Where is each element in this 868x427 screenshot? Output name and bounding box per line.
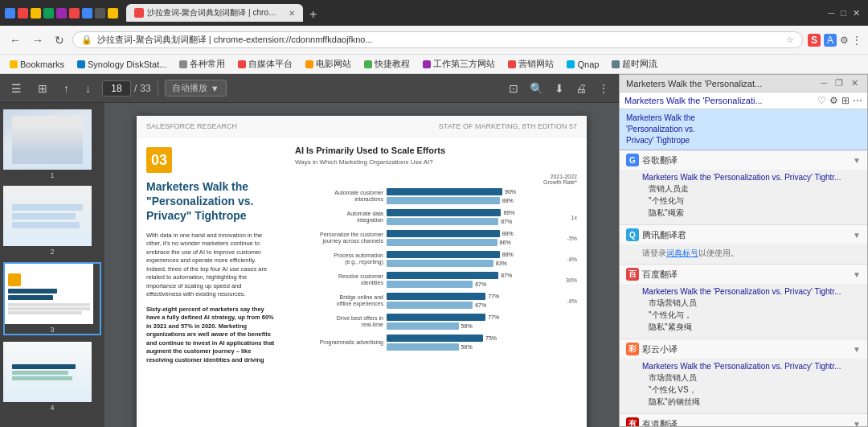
bar-2022-outer: 90% (387, 188, 542, 195)
browser-icon-1 (5, 8, 15, 18)
popup-more-icon[interactable]: ⋯ (853, 95, 862, 106)
pdf-menu-button[interactable]: ☰ (6, 80, 27, 96)
popup-search-icons: ♡ ⚙ ⊞ ⋯ (817, 95, 862, 106)
pdf-main-view: SALESFORCE RESEARCH STATE OF MARKETING, … (104, 103, 619, 427)
window-close[interactable]: ✕ (853, 8, 860, 18)
page-bold-text: Sixty-eight percent of marketers say the… (146, 306, 276, 365)
pdf-autoplay-button[interactable]: 自动播放 ▼ (165, 80, 227, 96)
pdf-next-button[interactable]: ↓ (80, 80, 96, 96)
bar-2021-label: 56% (461, 344, 473, 350)
bar-2021-label: 83% (496, 261, 507, 266)
chart-row: Programmatic advertising75%56% (295, 335, 577, 351)
bookmark-label-qnap: Qnap (577, 60, 599, 69)
bar-2022 (387, 272, 498, 279)
thumb-num-4: 4 (3, 404, 101, 412)
bookmark-item-synology[interactable]: Synology DiskStat... (74, 59, 170, 70)
bar-2022-label: 77% (488, 314, 499, 320)
salad-ext-icon[interactable]: S (808, 34, 821, 47)
chart-section-subtitle: Ways in Which Marketing Organizations Us… (295, 158, 577, 166)
pdf-page-input[interactable]: 18 (102, 80, 131, 96)
autoplay-dropdown-icon: ▼ (211, 84, 219, 93)
thumbnail-2[interactable]: 2 (3, 186, 101, 256)
thumbnail-3[interactable]: 3 (3, 262, 101, 335)
bookmark-label-synology: Synology DiskStat... (88, 60, 166, 69)
bar-2021 (387, 322, 459, 330)
active-tab[interactable]: 沙拉查词-聚合词典划词翻译 | chrome-extension://cdonn… (126, 4, 303, 22)
section-header-3[interactable]: 彩彩云小译▼ (620, 339, 867, 359)
translation-section-2: 百百度翻译▼Marketers Walk the 'Personalizatio… (620, 265, 867, 339)
ext-icon-4[interactable]: ⋮ (852, 35, 862, 46)
bookmark-label-bookmarks: Bookmarks (20, 60, 64, 69)
section-header-1[interactable]: Q腾讯翻译君▼ (620, 225, 867, 244)
thumbnail-4[interactable]: 4 (3, 342, 101, 412)
bookmark-item-thirdparty[interactable]: 工作第三方网站 (420, 57, 498, 71)
popup-heart-icon[interactable]: ♡ (817, 95, 826, 106)
thumb-num-3: 3 (5, 326, 100, 334)
section-header-4[interactable]: 有有道翻译▼ (620, 414, 867, 426)
chart-row-label: Programmatic advertising (295, 339, 383, 346)
bookmark-label-movie: 电影网站 (316, 58, 351, 70)
bookmark-item-tutorial[interactable]: 快捷教程 (361, 57, 413, 71)
bookmark-item-qnap[interactable]: Qnap (563, 59, 602, 70)
main-area: ☰ ⊞ ↑ ↓ 18 / 33 自动播放 ▼ ⊡ 🔍 ⬇ 🖨 ⋮ (0, 74, 868, 427)
address-bar[interactable]: 🔒 沙拉查词-聚合词典划词翻译 | chrome-extension://cdo… (72, 31, 803, 48)
bar-2021 (387, 343, 459, 351)
popup-close-btn[interactable]: ✕ (849, 78, 861, 88)
bookmark-item-media[interactable]: 自媒体平台 (235, 57, 296, 71)
page-right-column: AI Is Primarily Used to Scale Efforts Wa… (285, 138, 587, 427)
thumbnail-1[interactable]: 1 (3, 109, 101, 179)
bookmark-item-bookmarks[interactable]: Bookmarks (6, 59, 68, 70)
bar-2021 (387, 218, 498, 225)
ext-icon-2[interactable]: A (824, 34, 837, 47)
forward-button[interactable]: → (29, 32, 47, 48)
pdf-more-options[interactable]: ⋮ (595, 80, 612, 96)
popup-minimize-btn[interactable]: ─ (818, 78, 829, 88)
section-name-4: 有道翻译 (642, 418, 850, 427)
window-minimize[interactable]: ─ (829, 8, 835, 18)
pdf-fit-button[interactable]: ⊡ (506, 80, 522, 96)
pdf-content-area: 1 2 (0, 103, 619, 427)
popup-restore-btn[interactable]: ❐ (833, 78, 845, 88)
chart-row-label: Automate dataintegration (295, 211, 383, 224)
chart-row: Bridge online andoffline experiences77%6… (295, 293, 577, 309)
bookmark-item-movie[interactable]: 电影网站 (302, 57, 354, 71)
bar-2022-label: 89% (503, 210, 514, 216)
bar-2022 (387, 251, 500, 258)
section-name-3: 彩云小译 (642, 343, 850, 355)
bookmark-item-more[interactable]: 超时网流 (608, 57, 661, 71)
bar-2021-outer: 67% (387, 302, 542, 309)
section-header-0[interactable]: G谷歌翻译▼ (620, 150, 867, 170)
popup-copy-icon[interactable]: ⊞ (841, 95, 850, 106)
bookmark-label-thirdparty: 工作第三方网站 (433, 58, 495, 70)
tab-favicon (134, 8, 144, 18)
trans-link-1[interactable]: 词典标号 (666, 248, 698, 257)
chart-section-title: AI Is Primarily Used to Scale Efforts (295, 146, 577, 155)
section-icon-google: G (626, 154, 639, 166)
translation-content-2: Marketers Walk the 'Personalization vs. … (620, 284, 867, 339)
section-header-2[interactable]: 百百度翻译▼ (620, 265, 867, 284)
bookmark-star[interactable]: ☆ (786, 35, 794, 45)
bookmark-label-sales: 营销网站 (518, 58, 554, 70)
window-maximize[interactable]: □ (841, 8, 846, 18)
pdf-download[interactable]: ⬇ (551, 80, 567, 96)
bookmark-item-common[interactable]: 各种常用 (176, 57, 228, 71)
translation-item-2-1: 市场营销人员 (642, 298, 861, 309)
more-icon (612, 60, 620, 68)
bar-2022-outer: 77% (387, 314, 542, 321)
popup-search-input[interactable] (624, 96, 814, 105)
popup-settings-icon[interactable]: ⚙ (829, 95, 838, 106)
extension-icons: S A ⚙ ⋮ (808, 34, 862, 47)
reload-button[interactable]: ↻ (51, 32, 68, 48)
ext-icon-3[interactable]: ⚙ (840, 35, 849, 46)
bar-2021-outer: 56% (387, 322, 542, 330)
pdf-print[interactable]: 🖨 (572, 80, 590, 96)
new-tab-button[interactable]: + (303, 7, 323, 22)
back-button[interactable]: ← (6, 32, 24, 48)
pdf-prev-button[interactable]: ↑ (59, 80, 74, 96)
pdf-layout-button[interactable]: ⊞ (33, 80, 52, 96)
bars-container: 87%67% (387, 272, 542, 288)
tab-close-btn[interactable]: ✕ (289, 9, 295, 18)
bookmark-item-sales[interactable]: 营销网站 (505, 57, 557, 71)
pdf-zoom-out[interactable]: 🔍 (526, 80, 547, 96)
bar-2021-label: 67% (475, 302, 486, 308)
